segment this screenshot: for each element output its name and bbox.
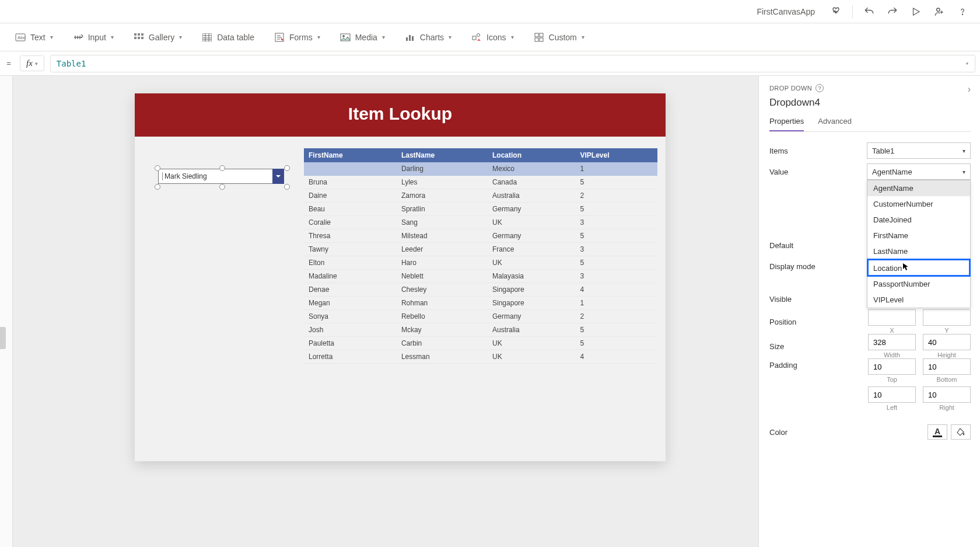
ribbon-icons[interactable]: Icons▾ [471, 32, 513, 43]
ribbon-gallery[interactable]: Gallery▾ [134, 32, 182, 43]
dropdown-option[interactable]: LastName [867, 243, 970, 259]
fill-color-chip[interactable] [951, 424, 971, 440]
position-x-sublabel: X [890, 327, 894, 334]
svg-rect-16 [412, 36, 414, 41]
ribbon-media[interactable]: Media▾ [340, 32, 385, 43]
dropdown-option[interactable]: FirstName [867, 228, 970, 243]
canvas-data-table[interactable]: FirstNameLastNameLocationVIPLevel Darlin… [304, 148, 657, 364]
table-row[interactable]: EltonHaroUK5 [304, 256, 657, 270]
prop-items-dropdown[interactable]: Table1▾ [867, 142, 971, 159]
padding-top-input[interactable] [868, 358, 916, 375]
properties-panel: DROP DOWN ? › Dropdown4 Properties Advan… [758, 76, 980, 547]
left-rail-handle[interactable] [0, 327, 6, 349]
table-row[interactable]: MeganRohmanSingapore1 [304, 297, 657, 310]
app-name: FirstCanvasApp [757, 7, 815, 16]
prop-value-dropdown-list[interactable]: AgentNameCustomerNumberDateJoinedFirstNa… [867, 180, 971, 308]
gallery-icon [134, 32, 144, 43]
tab-advanced[interactable]: Advanced [818, 114, 852, 131]
ribbon-text-label: Text [30, 33, 46, 42]
svg-rect-15 [409, 35, 411, 41]
table-row[interactable]: BrunaLylesCanada5 [304, 176, 657, 189]
ribbon-icons-label: Icons [487, 33, 506, 42]
health-icon[interactable] [829, 5, 843, 19]
help-icon[interactable] [956, 5, 970, 19]
formula-expand-icon[interactable]: ▾ [965, 60, 969, 67]
resize-handle[interactable] [155, 184, 160, 190]
resize-handle[interactable] [284, 165, 290, 171]
ribbon-text[interactable]: Abc Text▾ [15, 32, 53, 43]
font-color-chip[interactable]: A [928, 424, 947, 440]
table-row[interactable]: BeauSpratlinGermany5 [304, 203, 657, 216]
table-row[interactable]: LorrettaLessmanUK4 [304, 350, 657, 364]
charts-icon [405, 32, 415, 43]
share-icon[interactable] [932, 5, 946, 19]
table-row[interactable]: JoshMckayAustralia5 [304, 323, 657, 337]
table-header[interactable]: LastName [397, 148, 488, 162]
resize-handle[interactable] [284, 184, 290, 190]
ribbon-forms-label: Forms [289, 33, 313, 42]
resize-handle[interactable] [219, 184, 225, 190]
table-row[interactable]: SonyaRebelloGermany2 [304, 310, 657, 323]
size-width-input[interactable] [868, 334, 916, 350]
app-canvas: Item Lookup Mark Siedling [135, 93, 666, 461]
resize-handle[interactable] [219, 165, 225, 171]
table-row[interactable]: MadalineNeblettMalayasia3 [304, 270, 657, 283]
padding-left-input[interactable] [868, 386, 916, 403]
datatable-icon [202, 32, 212, 43]
prop-value-dropdown[interactable]: AgentName▾ [867, 163, 971, 180]
tab-properties[interactable]: Properties [769, 114, 804, 131]
size-height-sublabel: Height [937, 351, 956, 358]
position-y-sublabel: Y [944, 327, 949, 334]
divider [852, 5, 853, 18]
dropdown-option[interactable]: PassportNumber [867, 276, 970, 292]
table-row[interactable]: CoralieSangUK3 [304, 216, 657, 229]
ribbon-datatable[interactable]: Data table [202, 32, 254, 43]
position-y-input[interactable] [923, 309, 971, 326]
prop-position-label: Position [769, 318, 868, 326]
redo-icon[interactable] [886, 5, 900, 19]
canvas-dropdown-control[interactable]: Mark Siedling [158, 169, 286, 186]
canvas-dropdown-value: Mark Siedling [164, 172, 207, 180]
ribbon-forms[interactable]: Forms▾ [274, 32, 320, 43]
svg-rect-22 [540, 38, 543, 41]
panel-expand-icon[interactable]: › [968, 84, 971, 95]
table-header[interactable]: Location [488, 148, 575, 162]
table-row[interactable]: PaulettaCarbinUK5 [304, 337, 657, 350]
dropdown-option[interactable]: VIPLevel [867, 292, 970, 308]
table-row[interactable]: DaineZamoraAustralia2 [304, 189, 657, 203]
ribbon-gallery-label: Gallery [149, 33, 174, 42]
media-icon [340, 32, 351, 43]
svg-rect-17 [473, 36, 476, 40]
padding-right-input[interactable] [923, 386, 971, 403]
dropdown-option[interactable]: AgentName [867, 180, 970, 196]
position-x-input[interactable] [868, 309, 916, 326]
ribbon-media-label: Media [355, 33, 377, 42]
control-name: Dropdown4 [769, 97, 971, 109]
svg-rect-10 [202, 33, 212, 41]
canvas-area[interactable]: Item Lookup Mark Siedling [13, 76, 758, 547]
size-height-input[interactable] [923, 334, 971, 350]
table-row[interactable]: TawnyLeederFrance3 [304, 243, 657, 256]
svg-point-18 [477, 33, 480, 36]
play-icon[interactable] [909, 5, 923, 19]
dropdown-option[interactable]: DateJoined [867, 212, 970, 228]
table-row[interactable]: DarlingMexico1 [304, 162, 657, 176]
formula-input[interactable]: Table1 ▾ [50, 55, 975, 72]
ribbon-input[interactable]: Input▾ [73, 32, 114, 43]
table-header[interactable]: VIPLevel [575, 148, 657, 162]
table-row[interactable]: DenaeChesleySingapore4 [304, 283, 657, 297]
padding-bottom-sublabel: Bottom [937, 376, 957, 383]
ribbon-charts[interactable]: Charts▾ [405, 32, 452, 43]
formula-bar: = fx▾ Table1 ▾ [0, 51, 980, 76]
table-row[interactable]: ThresaMilsteadGermany5 [304, 229, 657, 243]
dropdown-option[interactable]: CustomerNumber [867, 196, 970, 212]
undo-icon[interactable] [862, 5, 876, 19]
table-header[interactable]: FirstName [304, 148, 397, 162]
resize-handle[interactable] [155, 165, 160, 171]
canvas-dropdown-chevron[interactable] [272, 169, 284, 184]
fx-selector[interactable]: fx▾ [20, 55, 44, 71]
dropdown-option[interactable]: Location [867, 259, 970, 276]
padding-bottom-input[interactable] [923, 358, 971, 375]
help-badge-icon[interactable]: ? [816, 84, 824, 92]
ribbon-custom[interactable]: Custom▾ [534, 32, 584, 43]
